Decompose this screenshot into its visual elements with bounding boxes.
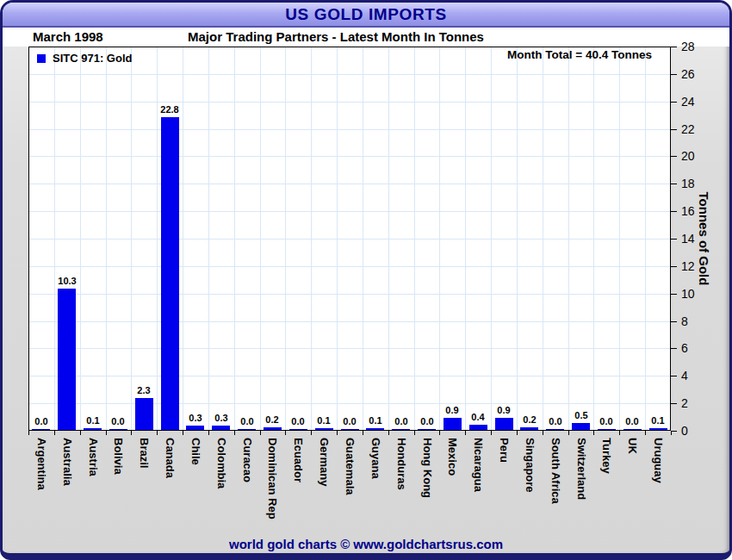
v-gridline <box>517 47 518 430</box>
bar-value-label: 0.1 <box>369 415 382 426</box>
bar-value-label: 0.0 <box>34 416 47 426</box>
x-category-label: Austria <box>87 438 100 476</box>
h-gridline <box>29 156 670 157</box>
x-category-label: South Africa <box>549 438 562 504</box>
titlebar: March 1998 Major Trading Partners - Late… <box>3 28 729 47</box>
bar-value-label: 0.0 <box>343 416 356 426</box>
h-gridline <box>29 239 670 240</box>
y-axis-tick-label: 26 <box>681 67 695 81</box>
x-category-label: Uruguay <box>652 438 665 483</box>
chart-subtitle: Major Trading Partners - Latest Month In… <box>3 29 669 44</box>
x-category-label: Guyana <box>369 438 382 479</box>
x-category-label: Mexico <box>446 438 459 476</box>
bar-value-label: 0.2 <box>523 414 536 425</box>
bar-value-label: 0.5 <box>574 410 587 420</box>
x-category-label: Hong Kong <box>421 438 434 498</box>
bar-value-label: 0.2 <box>265 414 278 425</box>
x-axis-tick <box>28 431 29 435</box>
bar-value-label: 0.9 <box>497 405 510 415</box>
y-axis-tick-label: 0 <box>681 424 688 438</box>
v-gridline <box>131 47 132 430</box>
bar-argentina <box>32 429 50 430</box>
x-axis-tick <box>285 431 286 435</box>
x-category-label: Dominican Rep <box>266 438 279 520</box>
v-gridline <box>183 47 183 430</box>
v-gridline <box>619 47 620 430</box>
y-axis-tick-label: 16 <box>681 204 695 218</box>
x-category-label: Curacao <box>241 438 254 482</box>
bar-guyana <box>366 428 384 430</box>
y-axis-tick <box>671 348 677 349</box>
x-axis-tick <box>183 431 183 435</box>
v-gridline <box>645 47 646 430</box>
v-gridline <box>106 47 107 430</box>
y-axis-tick-label: 14 <box>681 232 695 246</box>
y-axis-tick-label: 6 <box>681 341 688 355</box>
bar-australia <box>58 289 76 430</box>
y-axis-tick <box>671 184 677 184</box>
y-axis-tick <box>671 403 677 404</box>
bar-value-label: 0.9 <box>445 405 458 415</box>
h-gridline <box>29 266 670 267</box>
x-category-label: Argentina <box>35 438 48 490</box>
v-gridline <box>311 47 312 430</box>
v-gridline <box>388 47 389 430</box>
legend-label: SITC 971: Gold <box>53 52 132 65</box>
v-gridline <box>337 47 338 430</box>
y-axis-tick-label: 4 <box>681 369 688 383</box>
v-gridline <box>234 47 235 430</box>
x-category-label: Ecuador <box>292 438 305 482</box>
x-axis-tick <box>491 431 492 435</box>
bar-curacao <box>238 429 256 430</box>
y-axis-tick-label: 20 <box>681 149 695 163</box>
x-category-label: Turkey <box>600 438 613 474</box>
v-gridline <box>465 47 466 430</box>
legend: SITC 971: Gold <box>37 52 132 65</box>
x-axis-tick <box>208 431 209 435</box>
y-axis-tick-label: 8 <box>681 314 688 328</box>
v-gridline <box>80 47 81 430</box>
h-gridline <box>29 376 670 376</box>
bar-singapore <box>520 427 538 430</box>
v-gridline <box>208 47 209 430</box>
y-axis-tick-label: 24 <box>681 95 695 109</box>
bar-turkey <box>598 429 616 430</box>
x-axis-tick <box>157 431 158 435</box>
bar-nicaragua <box>469 425 487 430</box>
bar-ecuador <box>289 429 307 430</box>
y-axis-tick <box>671 102 677 103</box>
y-axis-tick-label: 18 <box>681 177 695 190</box>
x-category-label: Germany <box>318 438 331 486</box>
bar-value-label: 0.0 <box>394 416 407 426</box>
x-axis-tick <box>311 431 312 435</box>
x-category-label: Australia <box>61 438 74 486</box>
footer-credit: world gold charts © www.goldchartsrus.co… <box>3 537 729 551</box>
y-axis-tick-label: 12 <box>681 259 695 273</box>
v-gridline <box>568 47 569 430</box>
bar-value-label: 0.0 <box>291 416 304 426</box>
x-axis-tick <box>568 431 569 435</box>
chart-window: US GOLD IMPORTS March 1998 Major Trading… <box>0 0 732 560</box>
x-axis-tick <box>260 431 261 435</box>
x-category-label: Canada <box>164 438 177 478</box>
bar-dominican-rep <box>264 427 282 430</box>
bar-value-label: 22.8 <box>160 104 178 115</box>
h-gridline <box>29 184 670 184</box>
bar-value-label: 2.3 <box>137 385 150 395</box>
x-axis-tick <box>337 431 338 435</box>
v-gridline <box>543 47 543 430</box>
h-gridline <box>29 102 670 103</box>
bar-value-label: 0.0 <box>240 416 253 426</box>
chart-frame: US GOLD IMPORTS March 1998 Major Trading… <box>0 0 732 560</box>
x-axis-tick <box>414 431 415 435</box>
y-axis-tick-label: 22 <box>681 122 695 136</box>
y-axis-tick <box>671 266 677 267</box>
v-gridline <box>593 47 594 430</box>
x-axis-tick <box>517 431 518 435</box>
bar-brazil <box>135 398 153 430</box>
bar-uruguay <box>649 428 667 430</box>
x-category-label: Bolivia <box>112 438 125 475</box>
header-band: US GOLD IMPORTS <box>3 3 729 28</box>
bar-south-africa <box>546 429 564 430</box>
h-gridline <box>29 74 670 75</box>
